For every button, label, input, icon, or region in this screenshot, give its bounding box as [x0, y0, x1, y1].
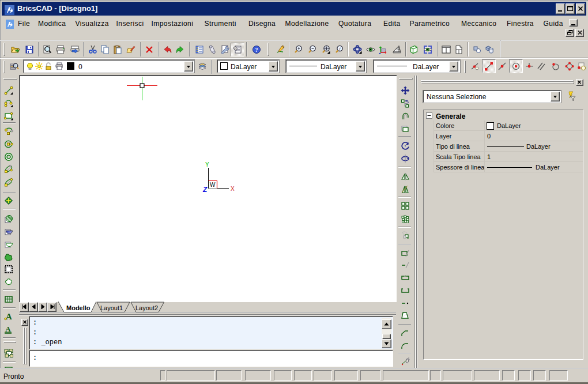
svg-text:Layout2: Layout2: [135, 304, 158, 311]
svg-text:A: A: [6, 311, 12, 321]
svg-text:Z: Z: [202, 186, 208, 193]
svg-text:W: W: [210, 182, 216, 188]
svg-text:Y: Y: [205, 161, 209, 168]
svg-text:Layout1: Layout1: [100, 304, 123, 311]
svg-text:Modello: Modello: [66, 304, 91, 311]
svg-text:X: X: [231, 186, 235, 192]
svg-text:?: ?: [255, 47, 258, 53]
